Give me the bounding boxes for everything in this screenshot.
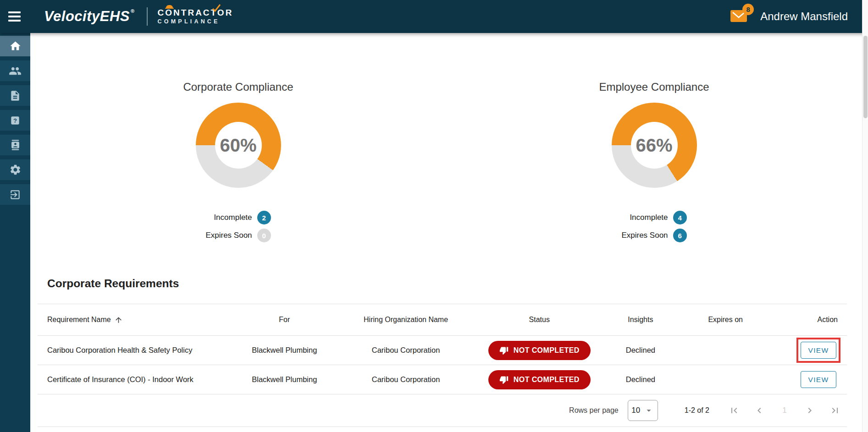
app-window: VelocityEHS® CONTRACTOR COMPLIANCE 8 And bbox=[0, 0, 868, 432]
column-header-label: Requirement Name bbox=[47, 316, 111, 324]
column-header-hiring-org: Hiring Organization Name bbox=[337, 304, 475, 335]
expires-on-cell bbox=[677, 336, 774, 365]
chevron-left-icon bbox=[754, 405, 765, 416]
hiring-org-cell: Caribou Corporation bbox=[337, 365, 475, 394]
rows-per-page-label: Rows per page bbox=[569, 406, 619, 415]
sidebar-item-contractors[interactable] bbox=[0, 60, 30, 81]
view-button[interactable]: VIEW bbox=[801, 371, 836, 388]
column-header-requirement-name[interactable]: Requirement Name bbox=[38, 304, 232, 335]
insights-cell: Declined bbox=[604, 365, 677, 394]
column-header-expires-on: Expires on bbox=[677, 304, 774, 335]
table-header-row: Requirement Name For Hiring Organization… bbox=[38, 304, 847, 336]
notification-badge: 8 bbox=[742, 4, 754, 15]
status-badge: NOT COMPLETED bbox=[488, 341, 591, 360]
status-cell: NOT COMPLETED bbox=[475, 336, 604, 365]
card-title: Corporate Compliance bbox=[183, 81, 293, 93]
contact-card-icon bbox=[9, 139, 22, 151]
document-icon bbox=[9, 90, 21, 102]
thumbs-down-icon bbox=[499, 346, 509, 355]
thumbs-down-icon bbox=[499, 375, 509, 384]
people-icon bbox=[9, 65, 22, 77]
column-header-for: For bbox=[232, 304, 337, 335]
incomplete-label: Incomplete bbox=[205, 213, 252, 222]
sidebar-item-documents[interactable] bbox=[0, 85, 30, 106]
help-icon: ? bbox=[9, 115, 21, 126]
donut-percent-label: 60% bbox=[215, 122, 262, 169]
chevron-right-icon bbox=[804, 405, 815, 416]
insights-cell: Declined bbox=[604, 336, 677, 365]
corporate-compliance-donut-chart: 60% bbox=[196, 103, 281, 188]
column-header-status: Status bbox=[475, 304, 604, 335]
action-cell: VIEW bbox=[774, 365, 847, 394]
status-label: NOT COMPLETED bbox=[514, 346, 580, 355]
expires-soon-count-badge: 6 bbox=[673, 229, 687, 242]
app-header: VelocityEHS® CONTRACTOR COMPLIANCE 8 And bbox=[0, 0, 868, 33]
incomplete-label: Incomplete bbox=[621, 213, 668, 222]
expires-soon-label: Expires Soon bbox=[621, 231, 668, 240]
sidebar-item-help[interactable]: ? bbox=[0, 110, 30, 131]
card-title: Employee Compliance bbox=[599, 81, 709, 93]
column-header-action: Action bbox=[774, 304, 847, 335]
page-title: Corporate Requirements bbox=[47, 277, 862, 290]
svg-text:?: ? bbox=[13, 117, 17, 124]
status-badge: NOT COMPLETED bbox=[488, 370, 591, 389]
notifications-button[interactable]: 8 bbox=[730, 9, 747, 24]
registered-mark: ® bbox=[131, 8, 135, 14]
sidebar-item-logout[interactable] bbox=[0, 184, 30, 205]
employee-compliance-donut-chart: 66% bbox=[612, 103, 697, 188]
requirements-table: Requirement Name For Hiring Organization… bbox=[38, 304, 847, 427]
requirement-name-cell: Caribou Corporation Health & Safety Poli… bbox=[38, 336, 232, 365]
previous-page-button[interactable] bbox=[754, 405, 765, 416]
rows-per-page-value: 10 bbox=[631, 406, 640, 415]
corporate-compliance-card: Corporate Compliance 60% Incomplete 2 Ex… bbox=[30, 81, 446, 242]
hard-hat-icon bbox=[166, 5, 173, 8]
checkmark-icon bbox=[211, 4, 221, 14]
hamburger-menu-button[interactable] bbox=[8, 7, 27, 26]
for-cell: Blackwell Plumbing bbox=[232, 365, 337, 394]
last-page-icon bbox=[829, 405, 840, 416]
expires-soon-label: Expires Soon bbox=[205, 231, 252, 240]
column-header-insights: Insights bbox=[604, 304, 677, 335]
next-page-button[interactable] bbox=[804, 405, 815, 416]
incomplete-count-badge: 2 bbox=[257, 211, 271, 224]
first-page-button[interactable] bbox=[729, 405, 740, 416]
incomplete-count-badge: 4 bbox=[673, 211, 687, 224]
brand-name: VelocityEHS® bbox=[44, 8, 135, 25]
table-pagination: Rows per page 10 1-2 of 2 1 bbox=[38, 394, 847, 427]
user-menu[interactable]: Andrew Mansfield bbox=[760, 10, 848, 23]
sort-ascending-icon bbox=[114, 316, 123, 324]
settings-icon bbox=[9, 164, 22, 176]
first-page-icon bbox=[729, 405, 740, 416]
status-cell: NOT COMPLETED bbox=[475, 365, 604, 394]
view-button[interactable]: VIEW bbox=[801, 342, 836, 359]
employee-compliance-card: Employee Compliance 66% Incomplete 4 Exp… bbox=[446, 81, 862, 242]
sidebar-item-settings[interactable] bbox=[0, 159, 30, 180]
rows-per-page-select[interactable]: 10 bbox=[628, 400, 658, 421]
product-logo: CONTRACTOR COMPLIANCE bbox=[158, 8, 233, 25]
scrollbar-thumb[interactable] bbox=[863, 36, 868, 118]
home-icon bbox=[9, 40, 22, 52]
sidebar-item-home[interactable] bbox=[0, 36, 30, 56]
chevron-down-icon bbox=[644, 405, 654, 416]
status-label: NOT COMPLETED bbox=[514, 376, 580, 384]
pagination-range-label: 1-2 of 2 bbox=[685, 406, 709, 415]
action-cell: VIEW bbox=[774, 336, 847, 365]
hiring-org-cell: Caribou Corporation bbox=[337, 336, 475, 365]
expires-on-cell bbox=[677, 365, 774, 394]
highlight-annotation-box: VIEW bbox=[796, 338, 840, 363]
for-cell: Blackwell Plumbing bbox=[232, 336, 337, 365]
sidebar-item-contacts[interactable] bbox=[0, 135, 30, 155]
logo-divider bbox=[147, 7, 148, 26]
sidebar-nav: ? bbox=[0, 33, 30, 432]
current-page-number: 1 bbox=[779, 406, 790, 415]
main-content: Corporate Compliance 60% Incomplete 2 Ex… bbox=[30, 33, 862, 432]
expires-soon-count-badge: 0 bbox=[257, 229, 271, 242]
requirement-name-cell: Certificate of Insurance (COI) - Indoor … bbox=[38, 365, 232, 394]
brand-logo: VelocityEHS® CONTRACTOR COMPLIANCE bbox=[44, 7, 233, 26]
last-page-button[interactable] bbox=[829, 405, 840, 416]
table-row: Caribou Corporation Health & Safety Poli… bbox=[38, 336, 847, 365]
product-line2: COMPLIANCE bbox=[158, 19, 233, 25]
vertical-scrollbar bbox=[862, 0, 868, 432]
table-row: Certificate of Insurance (COI) - Indoor … bbox=[38, 365, 847, 394]
logout-icon bbox=[9, 189, 21, 201]
